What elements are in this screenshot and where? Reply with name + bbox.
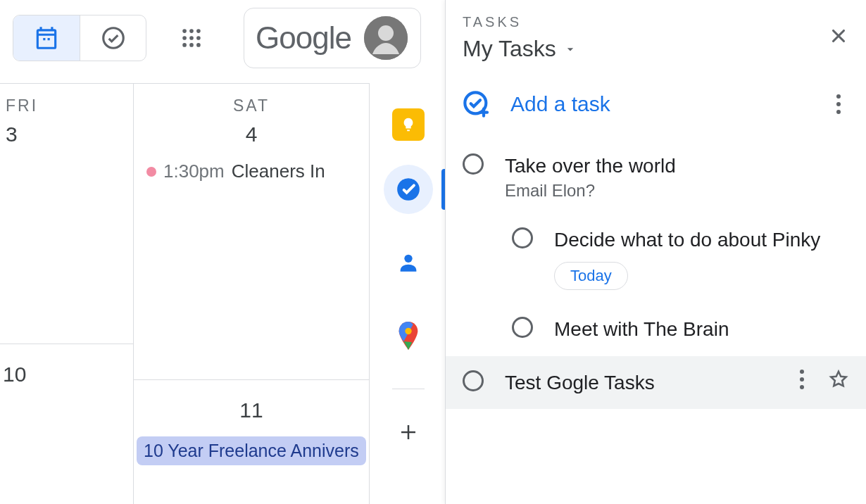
day-number: 11	[134, 398, 369, 422]
event-title: Cleaners In	[232, 160, 325, 182]
calendar-icon	[33, 25, 60, 51]
svg-point-1	[182, 29, 187, 33]
close-icon	[828, 25, 849, 46]
avatar-face-icon	[364, 16, 408, 60]
svg-point-8	[189, 43, 194, 47]
tasks-icon	[395, 176, 422, 203]
allday-event[interactable]: 10 Year Freelance Annivers	[137, 436, 366, 465]
add-task-icon	[463, 90, 491, 118]
task-title: Test Gogle Tasks	[505, 369, 770, 396]
add-task-button[interactable]: Add a task	[463, 90, 610, 118]
avatar[interactable]	[364, 16, 408, 60]
task-note: Email Elon?	[505, 181, 849, 201]
event-color-dot	[146, 167, 156, 177]
tasks-header-label: TASKS	[463, 14, 577, 30]
rail-divider	[392, 389, 425, 389]
task-list: Take over the world Email Elon? Decide w…	[463, 139, 849, 409]
task-complete-toggle[interactable]	[463, 370, 484, 391]
task-list-selector[interactable]: My Tasks	[463, 36, 577, 62]
task-title: Take over the world	[505, 152, 849, 179]
apps-grid-icon	[180, 26, 203, 50]
close-panel-button[interactable]	[828, 14, 849, 49]
add-rail-button[interactable]	[398, 417, 419, 449]
tasks-view-button[interactable]	[80, 15, 146, 61]
view-mode-switch	[13, 15, 146, 61]
plus-icon	[398, 422, 419, 443]
star-button[interactable]	[828, 369, 849, 390]
svg-point-14	[405, 328, 411, 334]
task-item[interactable]: Test Gogle Tasks	[446, 356, 866, 409]
check-circle-icon	[100, 25, 127, 51]
task-title: Meet with The Brain	[554, 315, 849, 343]
account-box[interactable]: Google	[244, 8, 421, 68]
keep-icon	[401, 117, 416, 132]
maps-rail-button[interactable]	[384, 311, 433, 360]
day-number: 4	[134, 122, 369, 146]
tasks-panel: TASKS My Tasks Add a task Take over the …	[445, 0, 866, 504]
svg-point-5	[189, 36, 194, 40]
task-date-chip[interactable]: Today	[554, 262, 628, 290]
svg-point-11	[378, 25, 394, 41]
person-icon	[396, 251, 420, 275]
list-menu-button[interactable]	[828, 94, 849, 115]
svg-point-4	[182, 36, 187, 40]
calendar-view-button[interactable]	[13, 15, 80, 61]
event-time: 1:30pm	[163, 160, 225, 182]
calendar-column-sat[interactable]: SAT 4 1:30pm Cleaners In 11 10 Year Free…	[134, 83, 370, 504]
svg-point-3	[196, 29, 201, 33]
task-item[interactable]: Meet with The Brain	[463, 303, 849, 355]
svg-point-6	[196, 36, 201, 40]
side-rail	[370, 83, 447, 504]
task-title: Decide what to do about Pinky	[554, 226, 849, 253]
task-list-name: My Tasks	[463, 36, 556, 62]
calendar-column-fri[interactable]: FRI 3 10	[0, 83, 134, 504]
google-apps-button[interactable]	[175, 21, 208, 55]
svg-point-9	[196, 43, 201, 47]
calendar-event[interactable]: 1:30pm Cleaners In	[134, 160, 369, 182]
task-item[interactable]: Decide what to do about Pinky Today	[463, 213, 849, 303]
maps-pin-icon	[397, 322, 420, 350]
task-complete-toggle[interactable]	[512, 227, 533, 248]
svg-point-2	[189, 29, 194, 33]
add-task-label: Add a task	[510, 92, 610, 116]
task-complete-toggle[interactable]	[463, 153, 484, 175]
google-logo: Google	[256, 20, 351, 56]
day-number: 3	[0, 122, 133, 146]
tasks-rail-button[interactable]	[384, 165, 433, 214]
day-label: FRI	[0, 84, 133, 115]
day-label: SAT	[134, 84, 369, 115]
task-menu-button[interactable]	[791, 369, 812, 390]
chevron-down-icon	[563, 42, 577, 56]
day-number: 10	[0, 363, 133, 386]
task-complete-toggle[interactable]	[512, 317, 533, 338]
task-item[interactable]: Take over the world Email Elon?	[463, 139, 849, 213]
svg-point-13	[404, 255, 412, 263]
keep-button[interactable]	[392, 108, 425, 141]
svg-point-0	[103, 28, 123, 49]
svg-point-7	[182, 43, 187, 47]
contacts-rail-button[interactable]	[384, 238, 433, 287]
